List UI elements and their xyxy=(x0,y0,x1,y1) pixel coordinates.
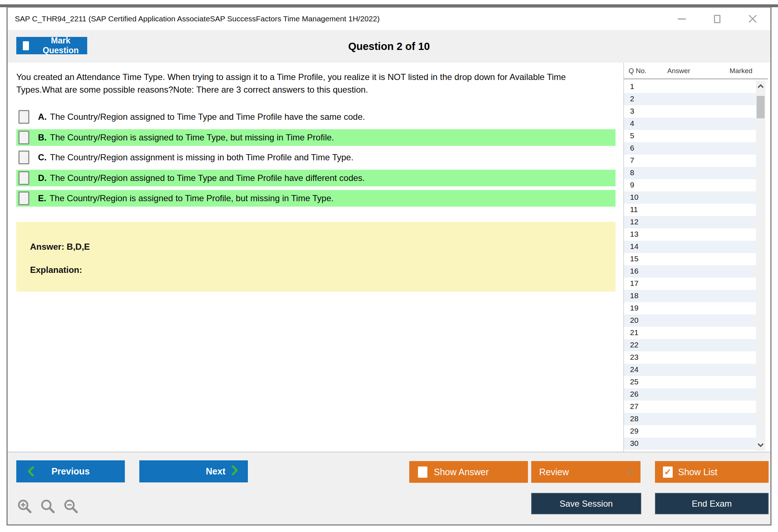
question-list-row[interactable]: 12 xyxy=(624,216,756,228)
show-list-checkbox[interactable]: ✓ xyxy=(663,466,673,478)
question-list-row[interactable]: 25 xyxy=(624,376,756,388)
zoom-reset-icon[interactable] xyxy=(40,499,55,515)
question-number: 21 xyxy=(630,328,638,337)
show-answer-checkbox[interactable] xyxy=(418,466,427,478)
question-list-row[interactable]: 8 xyxy=(624,167,756,179)
question-list-row[interactable]: 26 xyxy=(624,388,756,401)
question-list-row[interactable]: 16 xyxy=(624,265,756,278)
title-bar: SAP C_THR94_2211 (SAP Certified Applicat… xyxy=(8,8,770,30)
question-list-row[interactable]: 27 xyxy=(624,401,756,413)
zoom-controls xyxy=(17,499,79,515)
question-list-row[interactable]: 1 xyxy=(624,81,756,93)
screen: SAP C_THR94_2211 (SAP Certified Applicat… xyxy=(0,0,778,532)
check-icon: ✓ xyxy=(664,467,671,477)
show-answer-button[interactable]: Show Answer xyxy=(409,461,528,483)
column-marked: Marked xyxy=(730,67,752,75)
column-answer: Answer xyxy=(667,67,690,75)
scrollbar-thumb[interactable] xyxy=(757,96,765,118)
show-list-button[interactable]: ✓ Show List xyxy=(655,461,769,483)
question-number: 20 xyxy=(630,316,638,324)
chevron-left-icon xyxy=(27,466,34,478)
zoom-in-icon[interactable] xyxy=(17,499,32,515)
question-list-row[interactable]: 21 xyxy=(624,327,756,339)
explanation-line: Explanation: xyxy=(30,265,82,275)
question-number: 15 xyxy=(630,254,638,263)
minimize-icon[interactable] xyxy=(677,14,686,24)
question-list-row[interactable]: 2 xyxy=(624,93,756,105)
question-list-row[interactable]: 10 xyxy=(624,191,756,204)
question-number: 1 xyxy=(630,82,634,90)
option-checkbox[interactable] xyxy=(18,171,29,185)
footer-bar: Previous Next Show Answer Review ▲ ✓ Sho… xyxy=(8,452,770,524)
question-number: 6 xyxy=(630,144,634,152)
answer-option-row[interactable]: B. The Country/Region is assigned to Tim… xyxy=(16,129,616,146)
question-list-row[interactable]: 3 xyxy=(624,105,756,118)
question-list-row[interactable]: 23 xyxy=(624,351,756,364)
question-number: 23 xyxy=(630,353,638,361)
question-list-row[interactable]: 9 xyxy=(624,179,756,191)
question-list-row[interactable]: 14 xyxy=(624,241,756,253)
question-number: 13 xyxy=(630,230,638,238)
answer-option-row[interactable]: A. The Country/Region assigned to Time T… xyxy=(16,109,616,125)
option-text: The Country/Region is assigned to Time T… xyxy=(50,132,334,143)
maximize-icon[interactable] xyxy=(713,14,722,24)
question-list-row[interactable]: 28 xyxy=(624,413,756,425)
option-letter: C. xyxy=(38,152,47,162)
save-session-button[interactable]: Save Session xyxy=(531,493,641,514)
next-button[interactable]: Next xyxy=(139,460,248,482)
app-window: SAP C_THR94_2211 (SAP Certified Applicat… xyxy=(7,7,771,525)
question-list-row[interactable]: 15 xyxy=(624,253,756,265)
next-label: Next xyxy=(206,466,225,477)
question-list-row[interactable]: 22 xyxy=(624,339,756,351)
end-exam-label: End Exam xyxy=(692,499,732,509)
question-list-scrollbar[interactable] xyxy=(756,81,765,451)
question-list-row[interactable]: 19 xyxy=(624,302,756,314)
question-list-row[interactable]: 11 xyxy=(624,204,756,216)
question-number: 26 xyxy=(630,390,638,398)
option-checkbox[interactable] xyxy=(18,131,29,144)
answer-options-list: A. The Country/Region assigned to Time T… xyxy=(16,109,616,210)
question-header-bar: Mark Question Question 2 of 10 xyxy=(8,30,770,63)
close-icon[interactable] xyxy=(748,14,757,24)
end-exam-button[interactable]: End Exam xyxy=(655,493,769,514)
answer-option-row[interactable]: C. The Country/Region assignment is miss… xyxy=(16,149,616,165)
option-checkbox[interactable] xyxy=(18,110,29,124)
question-number: 22 xyxy=(630,341,638,349)
question-list-row[interactable]: 4 xyxy=(624,118,756,130)
chevron-right-icon xyxy=(231,465,238,477)
scroll-up-icon[interactable] xyxy=(756,81,765,92)
question-list-row[interactable]: 13 xyxy=(624,228,756,241)
question-number: 25 xyxy=(630,377,638,386)
answer-option-row[interactable]: D. The Country/Region assigned to Time T… xyxy=(16,170,616,186)
question-number: 30 xyxy=(630,439,638,447)
question-list-row[interactable]: 6 xyxy=(624,142,756,155)
question-number: 3 xyxy=(630,107,634,115)
question-list: 1 2 3 4 5 6 7 8 9 10 11 12 13 14 15 16 1… xyxy=(624,81,756,450)
window-controls xyxy=(677,8,757,30)
question-list-row[interactable]: 20 xyxy=(624,314,756,327)
question-list-row[interactable]: 24 xyxy=(624,364,756,376)
question-number: 14 xyxy=(630,242,638,250)
previous-button[interactable]: Previous xyxy=(16,460,125,482)
question-number: 2 xyxy=(630,94,634,103)
answer-explanation-box: Answer: B,D,E Explanation: xyxy=(16,222,616,292)
question-list-row[interactable]: 17 xyxy=(624,278,756,290)
question-list-row[interactable]: 7 xyxy=(624,155,756,167)
caret-up-icon: ▲ xyxy=(626,468,633,476)
question-number: 4 xyxy=(630,119,634,127)
option-checkbox[interactable] xyxy=(18,191,29,205)
question-list-row[interactable]: 18 xyxy=(624,290,756,302)
question-list-row[interactable]: 29 xyxy=(624,425,756,438)
review-button[interactable]: Review ▲ xyxy=(531,461,640,483)
question-number: 29 xyxy=(630,427,638,435)
option-checkbox[interactable] xyxy=(18,151,29,164)
zoom-out-icon[interactable] xyxy=(63,499,79,515)
answer-option-row[interactable]: E. The Country/Region is assigned to Tim… xyxy=(16,190,616,207)
question-number: 19 xyxy=(630,304,638,312)
question-list-row[interactable]: 30 xyxy=(624,438,756,450)
question-number: 10 xyxy=(630,193,638,201)
question-number: 11 xyxy=(630,205,638,214)
scroll-down-icon[interactable] xyxy=(756,440,765,451)
question-number: 7 xyxy=(630,156,634,164)
question-list-row[interactable]: 5 xyxy=(624,130,756,142)
